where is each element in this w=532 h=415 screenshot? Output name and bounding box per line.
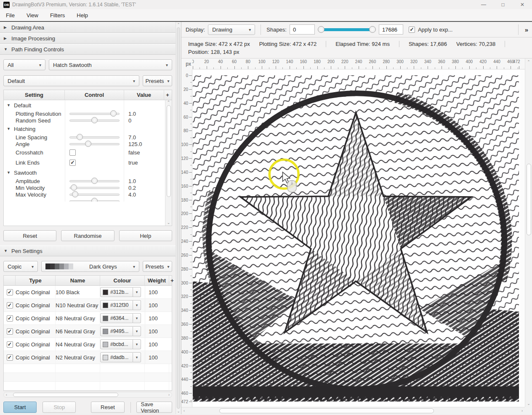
start-button[interactable]: Start: [3, 402, 37, 413]
pfm-preset-select[interactable]: Default ▾: [3, 75, 139, 86]
scroll-down-icon[interactable]: ⌄: [167, 221, 170, 225]
group-caret-icon[interactable]: ▼: [7, 103, 11, 107]
pen-brand-select[interactable]: Copic ▾: [3, 261, 38, 272]
scroll-left-icon[interactable]: ‹: [184, 409, 185, 413]
add-pen-button[interactable]: +: [169, 276, 175, 285]
pfm-category-select[interactable]: All ▾: [3, 59, 45, 70]
maximize-button[interactable]: □: [493, 0, 513, 9]
apply-to-export-checkbox[interactable]: ✓: [409, 27, 415, 33]
pfm-presets-button[interactable]: Presets ▾: [143, 75, 172, 86]
pen-colour-dropdown[interactable]: ▾: [133, 352, 141, 362]
pen-enabled-checkbox[interactable]: ✓: [7, 354, 13, 361]
pen-enabled-checkbox[interactable]: ✓: [7, 289, 13, 295]
menu-filters[interactable]: Filters: [44, 9, 71, 21]
scroll-left-icon[interactable]: ‹: [6, 393, 7, 397]
pen-colour-dropdown[interactable]: ▾: [133, 326, 141, 336]
scrollbar-thumb[interactable]: [13, 393, 118, 397]
col-setting[interactable]: Setting: [4, 90, 65, 100]
left-panel-scrollbar[interactable]: ⌃ ⌄: [176, 22, 181, 414]
shapes-min-input[interactable]: 0: [290, 24, 315, 35]
menu-file[interactable]: File: [0, 9, 21, 21]
add-column-button[interactable]: +: [164, 90, 171, 100]
pen-colour-button[interactable]: #9495...: [100, 326, 133, 336]
pen-table-hscrollbar[interactable]: ‹ ›: [3, 392, 172, 398]
scroll-up-icon[interactable]: ⌃: [527, 60, 530, 64]
col-name[interactable]: Name: [56, 276, 100, 285]
slider-knob[interactable]: [85, 141, 91, 147]
setting-slider[interactable]: [69, 198, 120, 202]
display-select[interactable]: Drawing ▾: [208, 24, 255, 35]
setting-slider[interactable]: [69, 134, 120, 141]
slider-knob[interactable]: [110, 110, 117, 117]
slider-knob[interactable]: [91, 198, 98, 202]
pen-enabled-checkbox[interactable]: ✓: [7, 328, 13, 335]
randomise-button[interactable]: Randomise: [61, 230, 114, 241]
setting-slider[interactable]: [69, 110, 120, 117]
range-knob-min[interactable]: [318, 26, 325, 33]
save-version-button[interactable]: Save Version: [136, 402, 172, 413]
pen-colour-dropdown[interactable]: ▾: [133, 300, 141, 310]
slider-knob[interactable]: [91, 117, 98, 123]
pen-enabled-checkbox[interactable]: ✓: [7, 315, 13, 322]
slider-knob[interactable]: [77, 134, 83, 140]
col-enabled[interactable]: [4, 276, 16, 285]
pen-colour-button[interactable]: #6364...: [100, 313, 133, 323]
scroll-down-icon[interactable]: ⌄: [177, 410, 180, 413]
pen-colour-dropdown[interactable]: ▾: [133, 339, 141, 349]
setting-slider[interactable]: [69, 141, 120, 147]
group-caret-icon[interactable]: ▼: [7, 170, 11, 175]
reset-plot-button[interactable]: Reset: [91, 402, 124, 413]
section-pen-settings[interactable]: ▼ Pen Settings: [0, 245, 176, 256]
pen-enabled-checkbox[interactable]: ✓: [7, 302, 13, 309]
minimize-button[interactable]: —: [474, 0, 493, 9]
shapes-max-input[interactable]: 17686: [379, 24, 403, 35]
pen-colour-button[interactable]: #dadb...: [100, 352, 133, 362]
pen-enabled-checkbox[interactable]: ✓: [7, 341, 13, 348]
pen-colour-dropdown[interactable]: ▾: [133, 287, 141, 297]
scrollbar-thumb[interactable]: [527, 164, 531, 235]
pfm-algorithm-select[interactable]: Hatch Sawtooth ▾: [49, 59, 172, 70]
viewport-hscrollbar[interactable]: ‹ ›: [181, 407, 525, 414]
expand-toolbar-button[interactable]: »: [525, 26, 528, 33]
section-drawing-area[interactable]: ▶ Drawing Area: [0, 22, 176, 33]
col-colour[interactable]: Colour: [100, 276, 145, 285]
section-image-processing[interactable]: ▶ Image Processing: [0, 33, 176, 44]
col-control[interactable]: Control: [65, 90, 124, 100]
pen-set-select[interactable]: Dark Greys ▾: [41, 261, 139, 272]
shapes-range-slider[interactable]: [318, 26, 376, 33]
col-type[interactable]: Type: [16, 276, 56, 285]
pen-colour-button[interactable]: #312b...: [100, 287, 133, 297]
slider-knob[interactable]: [91, 178, 98, 184]
setting-slider[interactable]: [69, 178, 120, 184]
setting-slider[interactable]: [69, 117, 120, 124]
pen-colour-dropdown[interactable]: ▾: [133, 313, 141, 323]
close-button[interactable]: ✕: [513, 0, 532, 9]
scroll-down-icon[interactable]: ⌄: [527, 402, 530, 406]
scrollbar-thumb[interactable]: [177, 27, 180, 409]
setting-slider[interactable]: [69, 191, 120, 198]
setting-checkbox[interactable]: ✓: [69, 160, 76, 166]
pen-colour-button[interactable]: #312f30: [100, 300, 133, 310]
slider-knob[interactable]: [71, 184, 77, 191]
menu-view[interactable]: View: [21, 9, 44, 21]
setting-checkbox[interactable]: [69, 149, 76, 156]
group-caret-icon[interactable]: ▼: [7, 127, 11, 131]
viewport-vscrollbar[interactable]: ⌃ ⌄: [525, 59, 532, 407]
scroll-right-icon[interactable]: ›: [168, 393, 170, 397]
pen-colour-button[interactable]: #bcbd...: [100, 339, 133, 349]
pen-presets-button[interactable]: Presets ▾: [143, 261, 172, 272]
slider-knob[interactable]: [72, 191, 78, 197]
col-value[interactable]: Value: [124, 90, 164, 100]
scroll-right-icon[interactable]: ›: [521, 409, 523, 413]
scrollbar-thumb[interactable]: [219, 408, 434, 413]
stop-button[interactable]: Stop: [43, 402, 76, 413]
setting-slider[interactable]: [69, 184, 120, 191]
reset-button[interactable]: Reset: [3, 230, 56, 241]
drawing-canvas[interactable]: [192, 69, 525, 407]
col-weight[interactable]: Weight: [145, 276, 169, 285]
menu-help[interactable]: Help: [71, 9, 94, 21]
scroll-up-icon[interactable]: ⌃: [167, 100, 170, 104]
scroll-up-icon[interactable]: ⌃: [177, 23, 180, 27]
section-path-finding[interactable]: ▼ Path Finding Controls: [0, 44, 176, 55]
help-button[interactable]: Help: [119, 230, 172, 241]
